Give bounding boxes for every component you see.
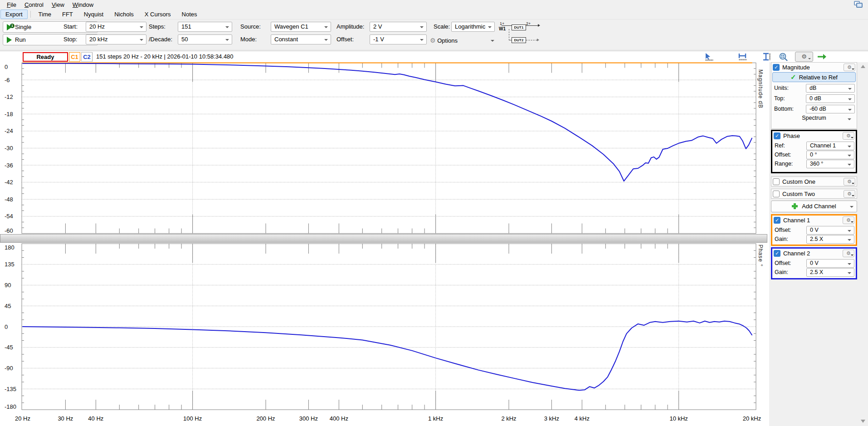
magnitude-plot[interactable]: 0-6-12-18-24-30-36-42-48-54-60: [0, 62, 769, 234]
tab-nichols[interactable]: Nichols: [109, 10, 139, 19]
stop-label: Stop:: [63, 34, 77, 44]
tab-fft[interactable]: FFT: [57, 10, 78, 19]
chevron-down-icon: [850, 206, 853, 208]
channel1-gain-select[interactable]: 2.5 X: [806, 235, 854, 244]
channel2-offset-select[interactable]: 0 V: [806, 259, 854, 268]
steps-label: Steps:: [149, 22, 166, 32]
single-button[interactable]: 1 Single: [3, 21, 98, 33]
svg-text:45: 45: [5, 303, 11, 309]
svg-text:-180: -180: [5, 403, 16, 410]
magnitude-axis-title: Magnitude dB: [757, 69, 764, 108]
stop-select[interactable]: 20 kHz: [86, 34, 146, 44]
custom-one-checkbox[interactable]: [773, 178, 780, 185]
channel2-gain-select[interactable]: 2.5 X: [806, 268, 854, 277]
svg-text:-54: -54: [5, 213, 13, 220]
svg-text:-12: -12: [5, 93, 13, 100]
scale-select[interactable]: Logarithmic: [451, 22, 495, 32]
zoom-tool-icon[interactable]: [778, 52, 789, 61]
top-label: Top:: [774, 94, 785, 103]
menu-file[interactable]: File: [3, 0, 20, 9]
tab-time[interactable]: Time: [34, 10, 56, 19]
menu-control[interactable]: Control: [20, 0, 48, 9]
phase-checkbox[interactable]: ✓: [774, 132, 780, 139]
channel2-panel: ✓ Channel 2 ⚙ Offset: 0 V Gain: 2.5 X: [771, 247, 857, 279]
ref-select[interactable]: Channel 1: [806, 142, 854, 150]
svg-text:-48: -48: [5, 196, 13, 203]
channel2-checkbox[interactable]: ✓: [774, 250, 780, 257]
svg-text:-135: -135: [5, 386, 16, 392]
top-select[interactable]: 0 dB: [806, 94, 855, 103]
ref-label: Ref:: [775, 142, 785, 150]
channel2-plus-label: 2+: [526, 21, 531, 26]
channel-sidebar: ✓ Magnitude ⚙ ✓Relative to Ref Units: dB…: [769, 62, 868, 426]
run-button[interactable]: Run: [3, 34, 98, 45]
svg-text:135: 135: [5, 261, 15, 268]
tab-notes[interactable]: Notes: [177, 10, 202, 19]
phase-plot[interactable]: 18013590450-45-90-135-180: [0, 243, 769, 412]
phase-panel: ✓ Phase ⚙ Ref: Channel 1 Offset: 0 ° Ran…: [771, 130, 857, 173]
source-select[interactable]: Wavegen C1: [271, 22, 331, 32]
bottom-select[interactable]: -60 dB: [806, 105, 855, 113]
vertical-cursors-tool-icon[interactable]: [761, 52, 772, 61]
custom-two-gear-icon[interactable]: ⚙: [844, 190, 855, 198]
start-select[interactable]: 20 Hz: [86, 22, 146, 32]
x-tick-label: 4 kHz: [563, 415, 601, 422]
scroll-down-icon[interactable]: [861, 420, 865, 423]
relative-to-ref-button[interactable]: ✓Relative to Ref: [772, 72, 856, 82]
offset-select[interactable]: -1 V: [370, 34, 427, 44]
amplitude-select[interactable]: 2 V: [370, 22, 427, 32]
magnitude-gear-icon[interactable]: ⚙: [844, 64, 855, 71]
svg-text:90: 90: [5, 282, 11, 289]
custom-two-checkbox[interactable]: [773, 191, 780, 197]
play-run-icon: [7, 37, 12, 43]
spectrum-expander[interactable]: Spectrum: [773, 115, 855, 122]
channel2-indicator[interactable]: C2: [81, 52, 93, 62]
start-label: Start:: [63, 22, 78, 32]
channel2-gear-icon[interactable]: ⚙: [843, 250, 854, 257]
per-decade-select[interactable]: 50: [178, 34, 232, 44]
channel1-offset-select[interactable]: 0 V: [806, 226, 854, 235]
restore-windows-icon[interactable]: [853, 1, 863, 9]
channel1-gear-icon[interactable]: ⚙: [843, 216, 854, 224]
tab-nyquist[interactable]: Nyquist: [79, 10, 108, 19]
menu-bar: File Control View Window: [0, 0, 868, 10]
x-axis-labels: 20 Hz30 Hz40 Hz100 Hz200 Hz300 Hz400 Hz1…: [0, 412, 769, 426]
svg-text:-36: -36: [5, 162, 13, 169]
tab-x-cursors[interactable]: X Cursors: [140, 10, 176, 19]
export-arrow-icon[interactable]: [816, 52, 827, 61]
source-label: Source:: [240, 22, 261, 32]
phase-gear-icon[interactable]: ⚙: [843, 132, 854, 140]
scroll-up-icon[interactable]: [861, 65, 865, 68]
mode-select[interactable]: Constant: [271, 34, 331, 44]
options-button[interactable]: ⚙ Options: [430, 35, 499, 45]
channel1-indicator[interactable]: C1: [69, 52, 80, 62]
channel1-title: Channel 1: [783, 217, 840, 224]
plot-settings-button[interactable]: ⚙: [795, 52, 813, 62]
acquisition-controls: 1 Single Run Start: 20 Hz Steps: 151 Sou…: [0, 20, 868, 50]
tab-export[interactable]: Export: [0, 10, 28, 19]
horizontal-cursors-tool-icon[interactable]: [737, 52, 748, 61]
steps-select[interactable]: 151: [178, 22, 232, 32]
channel1-panel: ✓ Channel 1 ⚙ Offset: 0 V Gain: 2.5 X: [771, 214, 857, 246]
add-channel-button[interactable]: Add Channel: [771, 201, 857, 212]
x-tick-label: 40 Hz: [77, 415, 115, 422]
dut1-box: DUT1: [512, 24, 526, 30]
pointer-cursor-tool-icon[interactable]: [704, 52, 715, 61]
x-tick-label: 2 kHz: [490, 415, 528, 422]
magnitude-checkbox[interactable]: ✓: [773, 64, 780, 71]
custom-one-gear-icon[interactable]: ⚙: [844, 178, 855, 186]
plot-splitter[interactable]: [0, 234, 767, 243]
menu-view[interactable]: View: [48, 0, 68, 9]
channel1-checkbox[interactable]: ✓: [774, 217, 780, 224]
units-select[interactable]: dB: [806, 84, 855, 93]
scale-label: Scale:: [434, 22, 450, 32]
range-select[interactable]: 360 °: [806, 160, 854, 168]
check-icon: ✓: [790, 73, 796, 81]
menu-window[interactable]: Window: [68, 0, 98, 9]
play-single-icon: 1: [7, 24, 12, 30]
x-tick-label: 200 Hz: [247, 415, 285, 422]
status-bar: Ready C1 C2 151 steps 20 Hz - 20 kHz | 2…: [0, 51, 868, 62]
plot-area[interactable]: 0-6-12-18-24-30-36-42-48-54-60 180135904…: [0, 62, 769, 426]
phase-offset-select[interactable]: 0 °: [806, 151, 854, 159]
x-tick-label: 400 Hz: [320, 415, 358, 422]
